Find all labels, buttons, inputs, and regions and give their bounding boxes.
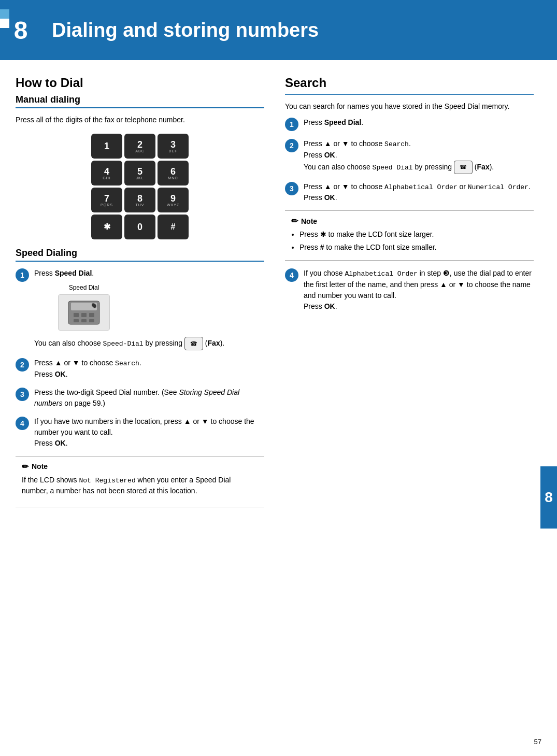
search-circle-1: 1 xyxy=(285,118,298,131)
svg-rect-6 xyxy=(81,319,87,322)
svg-rect-3 xyxy=(81,313,87,317)
search-note-list: Press ✱ to make the LCD font size larger… xyxy=(291,229,527,253)
speed-dial-device-svg xyxy=(63,298,105,327)
search-step-4: 4 If you chose Alphabetical Order in ste… xyxy=(285,268,534,312)
search-step-3-content: Press ▲ or ▼ to choose Alphabetical Orde… xyxy=(304,181,534,204)
key-7: 7PQRS xyxy=(91,188,122,212)
speed-dial-icon xyxy=(58,294,110,331)
step-circle-2: 2 xyxy=(16,358,29,372)
fax-button-1: ☎ xyxy=(184,337,203,350)
key-8: 8TUV xyxy=(124,188,155,212)
search-note-pencil-icon: ✏ xyxy=(291,216,298,226)
speed-dialing-note-text: If the LCD shows Not Registered when you… xyxy=(22,475,258,497)
chapter-title: Dialing and storing numbers xyxy=(52,19,319,41)
search-step-3: 3 Press ▲ or ▼ to choose Alphabetical Or… xyxy=(285,181,534,204)
note-pencil-icon: ✏ xyxy=(22,462,28,472)
step-circle-4: 4 xyxy=(16,417,29,430)
key-1: 1 xyxy=(91,134,122,159)
search-intro: You can search for names you have stored… xyxy=(285,101,534,112)
svg-rect-7 xyxy=(89,319,94,322)
key-4: 4GHI xyxy=(91,161,122,186)
key-6: 6MNO xyxy=(158,161,189,186)
step-3-content: Press the two-digit Speed Dial number. (… xyxy=(34,387,264,409)
speed-dialing-note: ✏ Note If the LCD shows Not Registered w… xyxy=(16,456,264,508)
search-circle-4: 4 xyxy=(285,268,298,282)
step-4-content: If you have two numbers in the location,… xyxy=(34,416,264,449)
page-number: 57 xyxy=(534,738,541,746)
step-circle-1: 1 xyxy=(16,268,29,282)
search-note-title: ✏ Note xyxy=(291,216,527,226)
speed-step-4: 4 If you have two numbers in the locatio… xyxy=(16,416,264,449)
search-divider xyxy=(285,94,534,95)
speed-dial-label: Speed Dial xyxy=(53,283,115,292)
how-to-dial-title: How to Dial xyxy=(16,76,264,90)
search-note-item-2: Press # to make the LCD font size smalle… xyxy=(299,242,527,253)
step-1-text: Press Speed Dial. xyxy=(34,269,94,277)
speed-dialing-steps: 1 Press Speed Dial. Speed Dial xyxy=(16,268,264,449)
svg-rect-5 xyxy=(74,319,79,322)
svg-rect-2 xyxy=(74,313,79,317)
search-note: ✏ Note Press ✱ to make the LCD font size… xyxy=(285,210,534,261)
key-star: ✱ xyxy=(91,215,122,239)
search-steps-cont: 4 If you chose Alphabetical Order in ste… xyxy=(285,268,534,312)
step-2-content: Press ▲ or ▼ to choose Search. Press OK. xyxy=(34,358,264,380)
search-step-2-content: Press ▲ or ▼ to choose Search. Press OK.… xyxy=(304,138,534,174)
speed-dial-image-area: Speed Dial xyxy=(53,283,115,331)
fax-button-2: ☎ xyxy=(454,161,473,174)
search-step-2: 2 Press ▲ or ▼ to choose Search. Press O… xyxy=(285,138,534,174)
content-area: How to Dial Manual dialing Press all of … xyxy=(0,76,557,515)
search-step-1-content: Press Speed Dial. xyxy=(304,117,534,128)
chapter-header: 8 Dialing and storing numbers xyxy=(0,0,557,60)
search-title: Search xyxy=(285,76,534,90)
side-tab: 8 xyxy=(540,466,557,529)
speed-step-2: 2 Press ▲ or ▼ to choose Search. Press O… xyxy=(16,358,264,380)
manual-dialing-text: Press all of the digits of the fax or te… xyxy=(16,115,264,125)
svg-rect-4 xyxy=(89,313,94,317)
key-0: 0 xyxy=(124,215,155,239)
search-circle-2: 2 xyxy=(285,139,298,152)
left-column: How to Dial Manual dialing Press all of … xyxy=(16,76,264,515)
key-2: 2ABC xyxy=(124,134,155,159)
keypad: 1 2ABC 3DEF 4GHI 5JKL 6MNO 7PQRS 8TUV 9W… xyxy=(91,134,189,239)
accent-squares xyxy=(0,0,9,28)
step-1-extra: You can also choose Speed-Dial by pressi… xyxy=(34,339,224,347)
search-step-1: 1 Press Speed Dial. xyxy=(285,117,534,131)
search-note-item-1: Press ✱ to make the LCD font size larger… xyxy=(299,229,527,240)
speed-dialing-note-title: ✏ Note xyxy=(22,462,258,472)
search-circle-3: 3 xyxy=(285,182,298,195)
speed-step-1: 1 Press Speed Dial. Speed Dial xyxy=(16,268,264,350)
right-column: Search You can search for names you have… xyxy=(285,76,534,515)
speed-dialing-subtitle: Speed Dialing xyxy=(16,248,264,262)
key-hash: # xyxy=(158,215,189,239)
speed-step-3: 3 Press the two-digit Speed Dial number.… xyxy=(16,387,264,409)
search-steps: 1 Press Speed Dial. 2 Press ▲ or ▼ to ch… xyxy=(285,117,534,203)
manual-dialing-subtitle: Manual dialing xyxy=(16,94,264,108)
search-step-4-content: If you chose Alphabetical Order in step … xyxy=(304,268,534,312)
key-9: 9WXYZ xyxy=(158,188,189,212)
key-3: 3DEF xyxy=(158,134,189,159)
key-5: 5JKL xyxy=(124,161,155,186)
step-1-content: Press Speed Dial. Speed Dial xyxy=(34,268,264,350)
step-circle-3: 3 xyxy=(16,388,29,401)
